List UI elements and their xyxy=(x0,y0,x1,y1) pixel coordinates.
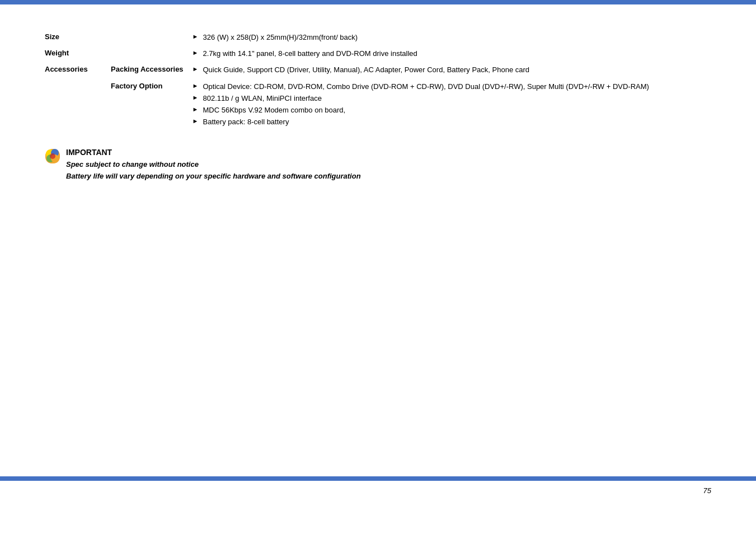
table-row: Weight ► 2.7kg with 14.1" panel, 8-cell … xyxy=(45,46,711,63)
table-row: Accessories Packing Accessories ► Quick … xyxy=(45,63,711,79)
list-item: ► Optical Device: CD-ROM, DVD-ROM, Combo… xyxy=(192,82,711,92)
bullet-arrow-icon: ► xyxy=(192,65,199,72)
list-item: ► 802.11b / g WLAN, MiniPCI interface xyxy=(192,93,711,104)
page-number: 75 xyxy=(703,486,711,495)
bullet-arrow-icon: ► xyxy=(192,49,199,56)
top-bar xyxy=(0,0,756,4)
important-note-2: Battery life will vary depending on your… xyxy=(66,171,361,182)
list-item: ► 326 (W) x 258(D) x 25mm(H)/32mm(front/… xyxy=(192,32,711,43)
list-item: ► MDC 56Kbps V.92 Modem combo on board, xyxy=(192,105,711,115)
factory-bullet-2: 802.11b / g WLAN, MiniPCI interface xyxy=(203,93,711,104)
bottom-bar xyxy=(0,476,756,481)
svg-point-5 xyxy=(50,153,55,159)
list-item: ► Battery pack: 8-cell battery xyxy=(192,117,711,127)
important-title: IMPORTANT xyxy=(66,148,361,157)
table-row: Size ► 326 (W) x 258(D) x 25mm(H)/32mm(f… xyxy=(45,28,711,46)
size-label: Size xyxy=(45,28,106,46)
bullet-arrow-icon: ► xyxy=(192,94,199,101)
table-row: Factory Option ► Optical Device: CD-ROM,… xyxy=(45,79,711,132)
size-value: 326 (W) x 258(D) x 25mm(H)/32mm(front/ b… xyxy=(203,32,711,43)
packing-sublabel: Packing Accessories xyxy=(106,63,188,79)
list-item: ► 2.7kg with 14.1" panel, 8-cell battery… xyxy=(192,49,711,59)
weight-value: 2.7kg with 14.1" panel, 8-cell battery a… xyxy=(203,49,711,59)
important-icon xyxy=(45,148,60,164)
weight-sublabel xyxy=(106,46,188,63)
weight-content: ► 2.7kg with 14.1" panel, 8-cell battery… xyxy=(188,46,711,63)
important-note-1: Spec subject to change without notice xyxy=(66,159,361,171)
bullet-arrow-icon: ► xyxy=(192,33,199,40)
accessories-label: Accessories xyxy=(45,63,106,79)
important-content: IMPORTANT Spec subject to change without… xyxy=(66,148,361,182)
content-area: Size ► 326 (W) x 258(D) x 25mm(H)/32mm(f… xyxy=(45,17,711,182)
size-sublabel xyxy=(106,28,188,46)
factory-label-empty xyxy=(45,79,106,132)
list-item: ► Quick Guide, Support CD (Driver, Utili… xyxy=(192,65,711,75)
size-content: ► 326 (W) x 258(D) x 25mm(H)/32mm(front/… xyxy=(188,28,711,46)
factory-content: ► Optical Device: CD-ROM, DVD-ROM, Combo… xyxy=(188,79,711,132)
factory-option-sublabel: Factory Option xyxy=(106,79,188,132)
factory-bullet-4: Battery pack: 8-cell battery xyxy=(203,117,711,127)
weight-label: Weight xyxy=(45,46,106,63)
specs-table: Size ► 326 (W) x 258(D) x 25mm(H)/32mm(f… xyxy=(45,28,711,131)
factory-bullet-3: MDC 56Kbps V.92 Modem combo on board, xyxy=(203,105,711,115)
packing-content: ► Quick Guide, Support CD (Driver, Utili… xyxy=(188,63,711,79)
bullet-arrow-icon: ► xyxy=(192,82,199,89)
important-section: IMPORTANT Spec subject to change without… xyxy=(45,148,711,182)
bullet-arrow-icon: ► xyxy=(192,106,199,113)
packing-value: Quick Guide, Support CD (Driver, Utility… xyxy=(203,65,711,75)
factory-bullet-1: Optical Device: CD-ROM, DVD-ROM, Combo D… xyxy=(203,82,711,92)
bullet-arrow-icon: ► xyxy=(192,118,199,124)
